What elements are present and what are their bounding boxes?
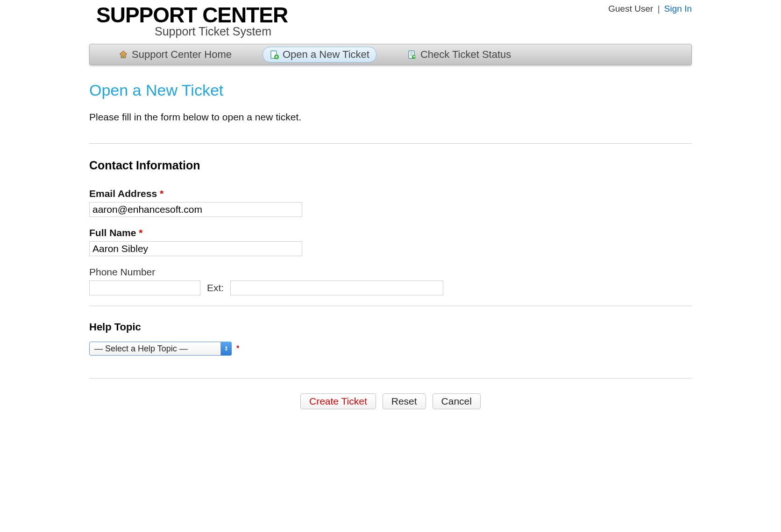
logo-sub: Support Ticket System [155,25,692,38]
page-title: Open a New Ticket [89,81,692,99]
name-required-mark: * [139,227,142,238]
help-topic-label: Help Topic [89,321,692,333]
section-divider-3 [89,378,692,378]
user-box: Guest User | Sign In [608,4,692,14]
svg-rect-0 [122,56,124,58]
full-name-input[interactable] [89,241,302,256]
document-search-icon [407,50,417,59]
cancel-button[interactable]: Cancel [433,393,481,409]
document-new-icon [270,50,279,59]
full-name-label-text: Full Name [89,227,136,238]
help-topic-select[interactable]: — Select a Help Topic — [89,342,232,356]
email-input[interactable] [89,202,302,217]
email-required-mark: * [160,188,163,199]
nav-check-status-label: Check Ticket Status [420,49,511,61]
nav-open-ticket[interactable]: Open a New Ticket [263,47,376,63]
phone-label: Phone Number [89,266,692,278]
nav-open-ticket-label: Open a New Ticket [283,49,369,61]
page-intro: Please fill in the form below to open a … [89,112,692,123]
main-nav: Support Center Home Open a New Ticket Ch… [89,44,692,65]
divider: | [658,4,660,14]
nav-home-label: Support Center Home [132,49,232,61]
sign-in-link[interactable]: Sign In [664,4,692,14]
ext-input[interactable] [230,280,443,295]
logo-main: SUPPORT CENTER [96,2,692,28]
ext-label: Ext: [207,282,224,294]
section-divider [89,143,692,144]
home-icon [119,50,128,59]
email-label: Email Address * [89,188,692,199]
create-ticket-button[interactable]: Create Ticket [300,393,376,409]
email-label-text: Email Address [89,188,157,199]
nav-check-status[interactable]: Check Ticket Status [401,47,518,62]
guest-user-label: Guest User [608,4,653,14]
nav-home[interactable]: Support Center Home [112,47,238,62]
phone-input[interactable] [89,280,200,295]
contact-heading: Contact Information [89,159,692,172]
full-name-label: Full Name * [89,227,692,238]
help-topic-required-mark: * [236,344,239,353]
section-divider-2 [89,306,692,306]
reset-button[interactable]: Reset [383,393,426,409]
